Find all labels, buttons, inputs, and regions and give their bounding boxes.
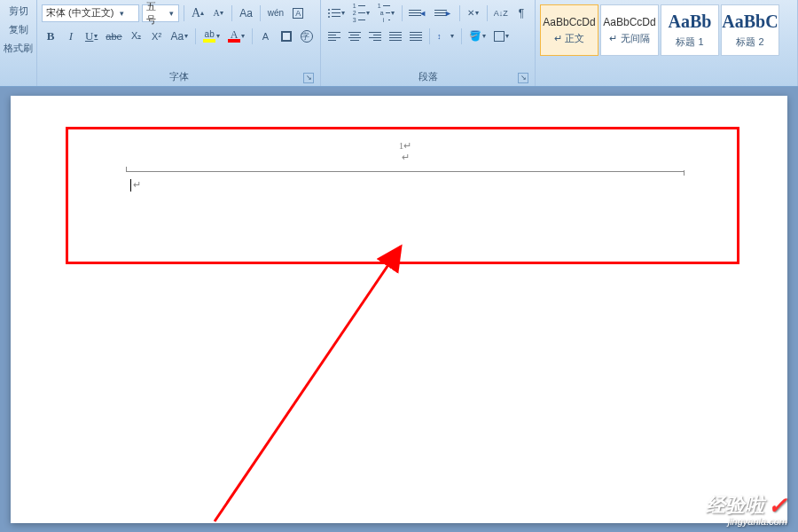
separator: [260, 5, 261, 21]
font-group: 宋体 (中文正文) ▾ 五号 ▾ A▴ A▾ Aa wén A B I U▾: [37, 0, 321, 86]
numbering-icon: 1 2 3: [353, 4, 365, 23]
character-border-button[interactable]: A: [289, 4, 307, 22]
font-name-combo[interactable]: 宋体 (中文正文) ▾: [42, 4, 139, 22]
style-item[interactable]: AaBbCcDd↵ 无间隔: [600, 4, 659, 56]
borders-icon: [494, 31, 505, 42]
copy-button[interactable]: 复制: [2, 20, 35, 39]
styles-group: AaBbCcDd↵ 正文AaBbCcDd↵ 无间隔AaBb标题 1AaBbC标题…: [536, 0, 798, 86]
styles-gallery[interactable]: AaBbCcDd↵ 正文AaBbCcDd↵ 无间隔AaBb标题 1AaBbC标题…: [540, 3, 793, 56]
shading-button[interactable]: 🪣▾: [466, 27, 489, 45]
chevron-down-icon: ▾: [94, 32, 98, 40]
align-right-button[interactable]: [366, 27, 384, 45]
line-spacing-button[interactable]: ↕▾: [434, 27, 457, 45]
separator: [461, 28, 462, 44]
distributed-button[interactable]: [407, 27, 425, 45]
separator: [459, 5, 460, 21]
phonetic-guide-button[interactable]: wén: [265, 4, 286, 22]
justify-icon: [389, 32, 402, 41]
bullets-icon: [328, 9, 340, 18]
clear-formatting-button[interactable]: Aa: [237, 4, 255, 22]
sort-button[interactable]: A↓Z: [492, 4, 510, 22]
style-preview: AaBb: [669, 12, 712, 32]
separator: [195, 28, 196, 44]
separator: [184, 5, 184, 21]
chevron-down-icon: ▾: [241, 32, 245, 40]
document-page[interactable]: 1↵ ↵ ↵: [11, 96, 787, 523]
style-item[interactable]: AaBb标题 1: [661, 4, 719, 56]
style-label: 标题 1: [676, 35, 703, 49]
align-right-icon: [369, 32, 381, 41]
change-case-button[interactable]: Aa▾: [168, 27, 192, 45]
align-left-button[interactable]: [325, 27, 343, 45]
paragraph-dialog-launcher[interactable]: ↘: [518, 73, 528, 83]
format-painter-button[interactable]: 格式刷: [2, 39, 35, 58]
annotation-highlight-box: [66, 127, 739, 264]
font-color-button[interactable]: A ▾: [225, 27, 247, 45]
font-dialog-launcher[interactable]: ↘: [303, 73, 314, 83]
superscript-button[interactable]: X²: [148, 27, 166, 45]
grow-font-button[interactable]: A▴: [189, 4, 207, 22]
shrink-font-button[interactable]: A▾: [209, 4, 227, 22]
borders-button[interactable]: ▾: [491, 27, 512, 45]
chevron-down-icon: ▾: [167, 9, 176, 18]
font-name-value: 宋体 (中文正文): [46, 6, 113, 20]
character-scaling-button[interactable]: A: [257, 27, 275, 45]
highlight-icon: ab: [203, 30, 215, 43]
chevron-down-icon: ▾: [116, 9, 127, 18]
bold-button[interactable]: B: [42, 27, 59, 45]
highlight-button[interactable]: ab ▾: [200, 27, 223, 45]
font-group-label: 字体 ↘: [42, 68, 316, 85]
style-item[interactable]: AaBbCcDd↵ 正文: [540, 4, 598, 56]
separator: [429, 28, 430, 44]
style-preview: AaBbCcDd: [603, 16, 655, 28]
font-size-combo[interactable]: 五号 ▾: [142, 4, 179, 22]
paragraph-group-label: 段落 ↘: [325, 68, 530, 85]
separator: [402, 5, 403, 21]
asian-layout-button[interactable]: ✕▾: [465, 4, 482, 22]
separator: [487, 5, 488, 21]
distributed-icon: [410, 32, 422, 41]
style-label: ↵ 正文: [554, 32, 584, 45]
enclose-characters-button[interactable]: 字: [298, 27, 316, 45]
paint-bucket-icon: 🪣: [469, 30, 481, 42]
chevron-down-icon: ▾: [505, 32, 509, 40]
bullets-button[interactable]: ▾: [325, 4, 348, 22]
style-item[interactable]: AaBbC标题 2: [721, 4, 779, 56]
ribbon: 剪切 复制 格式刷 宋体 (中文正文) ▾ 五号 ▾ A▴ A▾ Aa wé: [0, 0, 798, 87]
checkmark-icon: ✓: [768, 494, 787, 517]
chevron-down-icon: ▾: [366, 9, 370, 17]
font-size-value: 五号: [146, 0, 164, 27]
separator: [252, 28, 253, 44]
annotation-arrow: [197, 238, 427, 530]
clipboard-group: 剪切 复制 格式刷: [0, 0, 37, 86]
multilevel-list-icon: 1 a i: [378, 4, 390, 23]
chevron-down-icon: ▾: [475, 9, 479, 17]
cut-button[interactable]: 剪切: [2, 2, 35, 20]
svg-line-1: [215, 246, 401, 521]
align-left-icon: [328, 32, 340, 41]
increase-indent-button[interactable]: ►: [432, 4, 455, 22]
watermark: 经验啦 ✓ jingyanla.com: [706, 494, 787, 527]
style-label: ↵ 无间隔: [609, 32, 649, 45]
strikethrough-button[interactable]: abe: [103, 27, 124, 45]
show-marks-button[interactable]: ¶: [512, 4, 530, 22]
chevron-down-icon: ▾: [216, 32, 220, 40]
shading-icon: [281, 31, 292, 42]
numbering-button[interactable]: 1 2 3 ▾: [350, 4, 372, 22]
underline-button[interactable]: U▾: [82, 27, 100, 45]
separator: [231, 5, 232, 21]
italic-button[interactable]: I: [62, 27, 80, 45]
align-center-icon: [348, 32, 361, 41]
align-center-button[interactable]: [346, 27, 364, 45]
justify-button[interactable]: [387, 27, 404, 45]
font-color-icon: A: [228, 30, 240, 43]
chevron-down-icon: ▾: [391, 9, 395, 17]
paragraph-group: ▾ 1 2 3 ▾ 1 a i ▾: [321, 0, 536, 86]
chevron-down-icon: ▾: [482, 32, 486, 40]
subscript-button[interactable]: X₂: [128, 27, 145, 45]
char-shading-button[interactable]: [278, 27, 295, 45]
multilevel-list-button[interactable]: 1 a i ▾: [375, 4, 397, 22]
chevron-down-icon: ▾: [184, 32, 188, 40]
style-preview: AaBbC: [722, 12, 778, 32]
decrease-indent-button[interactable]: ◄: [406, 4, 429, 22]
